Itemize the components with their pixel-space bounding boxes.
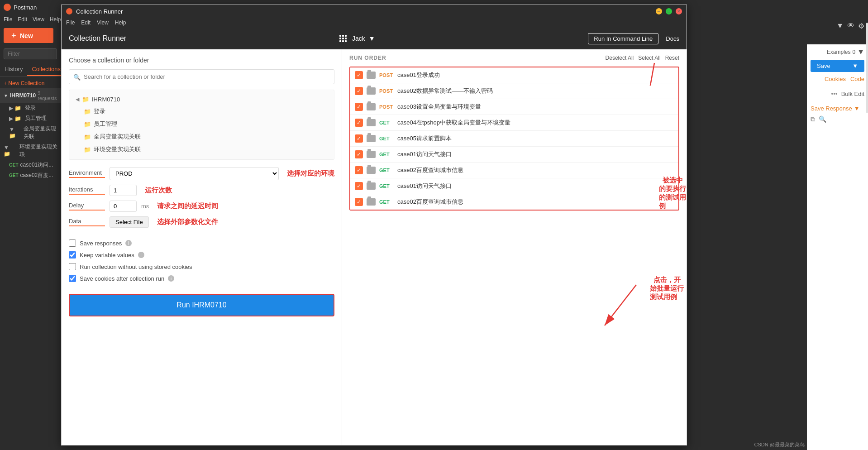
new-button[interactable]: ＋ New (4, 28, 53, 43)
runner-window: Collection Runner ─ □ ✕ File Edit View H… (61, 5, 687, 445)
examples-area: Examples 0 ▼ Save ▼ Cookies Code ••• Bul… (807, 44, 868, 450)
tree-item-staff[interactable]: 📁 员工管理 (73, 118, 330, 130)
maximize-button[interactable]: □ (666, 8, 672, 14)
settings-icon[interactable]: ⚙ (858, 22, 864, 30)
search-input[interactable] (69, 69, 334, 84)
tree-item-env[interactable]: 📁 环境变量实现关联 (73, 143, 330, 156)
tree-root[interactable]: ◀ 📁 IHRM0710 (73, 94, 330, 105)
tree-item-env-label: 环境变量实现关联 (94, 145, 141, 153)
runner-menu-help[interactable]: Help (115, 19, 126, 26)
table-row: ✓ POST case03设置全局变量与环境变量 (350, 99, 678, 115)
sidebar-tabs: History Collections (0, 63, 61, 77)
keep-variable-info-icon[interactable]: i (138, 252, 144, 258)
user-dropdown-icon[interactable]: ▼ (369, 35, 375, 42)
examples-row: Examples 0 ▼ (811, 48, 864, 56)
dropdown-icon[interactable]: ▼ (836, 22, 844, 30)
iter-input[interactable] (110, 185, 137, 196)
ro-checkbox-6[interactable]: ✓ (355, 166, 363, 174)
reset-button[interactable]: Reset (665, 55, 679, 61)
scrollbar-vertical[interactable] (866, 23, 868, 113)
bulk-edit-dots[interactable]: ••• (831, 91, 838, 97)
docs-link[interactable]: Docs (666, 35, 679, 42)
ro-checkbox-5[interactable]: ✓ (355, 150, 363, 158)
runner-menu-view[interactable]: View (97, 19, 109, 26)
save-response-arrow: ▼ (854, 105, 860, 112)
ro-checkbox-1[interactable]: ✓ (355, 87, 363, 95)
ro-checkbox-2[interactable]: ✓ (355, 103, 363, 111)
code-link[interactable]: Code (850, 76, 864, 82)
save-cookies-info-icon[interactable]: i (168, 275, 174, 282)
ro-checkbox-8[interactable]: ✓ (355, 198, 363, 206)
close-button[interactable]: ✕ (676, 8, 682, 14)
tab-history[interactable]: History (0, 63, 27, 76)
copy-icon[interactable]: ⧉ (811, 115, 815, 123)
tab-collections[interactable]: Collections (27, 63, 65, 76)
save-response-label[interactable]: Save Response ▼ (811, 105, 864, 112)
select-file-button[interactable]: Select File (110, 216, 149, 228)
sidebar-folder-env[interactable]: ▼ 📁 环境变量实现关联 (0, 142, 61, 160)
method-get-icon-2: GET (9, 173, 19, 178)
sidebar-item-case02[interactable]: GET case02百度... (0, 170, 61, 181)
menu-edit[interactable]: Edit (18, 16, 27, 23)
sidebar-item-case01[interactable]: GET case01访问... (0, 160, 61, 170)
search-box: 🔍 (69, 69, 334, 84)
run-order-title: RUN ORDER (349, 55, 386, 61)
sidebar-folder-login[interactable]: ▶ 📁 登录 (0, 103, 61, 113)
collection-item-ihrm[interactable]: ▼ IHRM0710 9 requests (0, 88, 61, 103)
menu-help[interactable]: Help (50, 16, 61, 23)
menu-view[interactable]: View (33, 16, 44, 23)
delay-input[interactable] (110, 201, 137, 212)
env-section: Environment PROD 选择对应的环境 Iterations 运行次数… (69, 167, 334, 234)
choose-label: Choose a collection or folder (69, 57, 334, 64)
search-icon: 🔍 (73, 73, 81, 80)
ro-name-4: case05请求前置脚本 (397, 134, 452, 143)
runner-right-panel: RUN ORDER Deselect All Select All Reset … (342, 49, 687, 445)
bulk-edit-button[interactable]: Bulk Edit (841, 91, 864, 97)
cookies-link[interactable]: Cookies (825, 76, 846, 82)
minimize-button[interactable]: ─ (656, 8, 662, 14)
eye-icon[interactable]: 👁 (847, 22, 854, 30)
new-collection-button[interactable]: + New Collection (0, 78, 61, 88)
right-sidebar: ▼ 👁 ⚙ Examples 0 ▼ Save ▼ Cookies Code •… (807, 0, 868, 450)
postman-title: Postman (14, 4, 37, 11)
save-responses-info-icon[interactable]: i (125, 240, 132, 246)
sidebar-folder-global[interactable]: ▼ 📁 全局变量实现关联 (0, 124, 61, 142)
folder-icon: ▶ 📁 (9, 105, 21, 111)
tree-item-global[interactable]: 📁 全局变量实现关联 (73, 130, 330, 143)
ro-name-5: case01访问天气接口 (397, 150, 452, 158)
run-without-cookies-checkbox[interactable] (69, 263, 76, 270)
ro-checkbox-0[interactable]: ✓ (355, 71, 363, 79)
env-select[interactable]: PROD (110, 167, 279, 180)
method-badge-3: GET (379, 120, 394, 125)
runner-menu-edit[interactable]: Edit (81, 19, 91, 26)
run-cmd-button[interactable]: Run In Command Line (588, 33, 658, 44)
iter-row: Iterations 运行次数 (69, 185, 334, 196)
filter-input[interactable] (4, 48, 57, 59)
tree-item-login[interactable]: 📁 登录 (73, 105, 330, 118)
ro-checkbox-4[interactable]: ✓ (355, 134, 363, 143)
tree-arrow-icon: ◀ (76, 96, 79, 102)
new-btn-label: New (20, 32, 33, 39)
menu-file[interactable]: File (4, 16, 12, 23)
runner-menu-file[interactable]: File (66, 19, 75, 26)
run-collection-button[interactable]: Run IHRM0710 (69, 294, 334, 316)
folder-global-label: 全局变量实现关联 (24, 125, 57, 140)
runner-header-title: Collection Runner (69, 34, 126, 43)
save-button[interactable]: Save ▼ (811, 60, 864, 72)
run-without-cookies-row: Run collection without using stored cook… (69, 263, 334, 270)
data-label: Data (69, 218, 105, 226)
ro-name-7: case01访问天气接口 (397, 182, 452, 190)
examples-dropdown-icon[interactable]: ▼ (857, 48, 864, 56)
ms-label: ms (141, 203, 149, 210)
ro-checkbox-7[interactable]: ✓ (355, 182, 363, 190)
sidebar-folder-staff[interactable]: ▶ 📁 员工管理 (0, 113, 61, 124)
search-bottom-icon[interactable]: 🔍 (819, 115, 826, 123)
save-cookies-checkbox[interactable] (69, 275, 76, 282)
csdn-text: CSDN @最最菜的菜鸟 (754, 442, 805, 447)
ro-checkbox-3[interactable]: ✓ (355, 119, 363, 127)
ro-folder-icon-0 (367, 72, 376, 79)
keep-variable-checkbox[interactable] (69, 251, 76, 259)
ro-name-8: case02百度查询城市信息 (397, 198, 463, 206)
save-btn-arrow[interactable]: ▼ (852, 62, 858, 69)
save-responses-checkbox[interactable] (69, 239, 76, 247)
